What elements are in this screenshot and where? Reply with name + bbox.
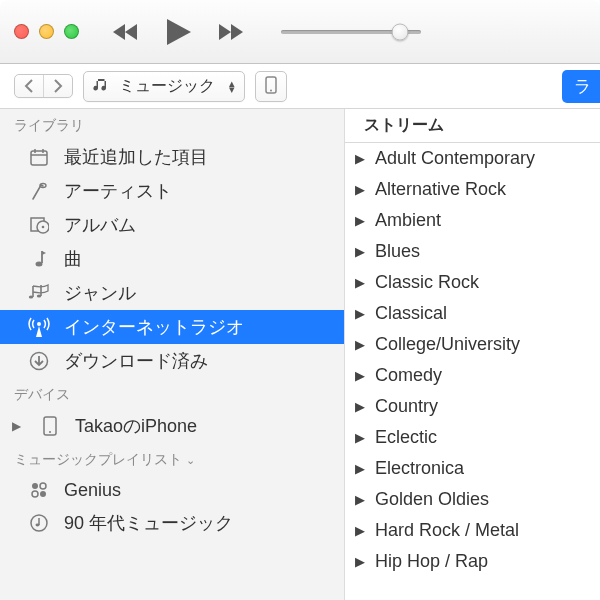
- stream-label: Hard Rock / Metal: [375, 520, 519, 541]
- genius-icon: [28, 479, 50, 501]
- disclosure-triangle-icon[interactable]: ▶: [12, 419, 21, 433]
- disclosure-triangle-icon[interactable]: ▶: [355, 275, 369, 290]
- stream-label: Classical: [375, 303, 447, 324]
- disclosure-triangle-icon[interactable]: ▶: [355, 461, 369, 476]
- stream-row[interactable]: ▶Adult Contemporary: [345, 143, 600, 174]
- sidebar-item-recent[interactable]: 最近追加した項目: [0, 140, 344, 174]
- stream-label: Ambient: [375, 210, 441, 231]
- streams-column-header[interactable]: ストリーム: [345, 109, 600, 143]
- sidebar-item-genres[interactable]: ジャンル: [0, 276, 344, 310]
- disclosure-triangle-icon[interactable]: ▶: [355, 554, 369, 569]
- sidebar-header-playlists[interactable]: ミュージックプレイリスト ⌄: [0, 443, 344, 474]
- svg-point-14: [32, 483, 38, 489]
- minimize-button[interactable]: [39, 24, 54, 39]
- sidebar-item-label: 曲: [64, 247, 82, 271]
- sidebar-item-label: アルバム: [64, 213, 136, 237]
- stream-row[interactable]: ▶Golden Oldies: [345, 484, 600, 515]
- toolbar: ミュージック ▴▾ ラ: [0, 64, 600, 109]
- stream-row[interactable]: ▶Ambient: [345, 205, 600, 236]
- disclosure-triangle-icon[interactable]: ▶: [355, 492, 369, 507]
- disclosure-triangle-icon[interactable]: ▶: [355, 430, 369, 445]
- titlebar: [0, 0, 600, 64]
- 90s-icon: [28, 512, 50, 534]
- previous-button[interactable]: [111, 22, 141, 42]
- playlist-item-90s[interactable]: 90 年代ミュージック: [0, 506, 344, 540]
- disclosure-triangle-icon[interactable]: ▶: [355, 244, 369, 259]
- stream-label: Comedy: [375, 365, 442, 386]
- svg-point-8: [29, 295, 33, 298]
- radio-icon: [28, 316, 50, 338]
- stream-row[interactable]: ▶College/University: [345, 329, 600, 360]
- disclosure-triangle-icon[interactable]: ▶: [355, 306, 369, 321]
- device-selector[interactable]: [255, 71, 287, 102]
- svg-point-15: [40, 483, 46, 489]
- stream-label: Adult Contemporary: [375, 148, 535, 169]
- stream-row[interactable]: ▶Hard Rock / Metal: [345, 515, 600, 546]
- window-controls: [14, 24, 79, 39]
- svg-point-9: [37, 294, 41, 297]
- sidebar-device[interactable]: ▶ TakaoのiPhone: [0, 409, 344, 443]
- disclosure-triangle-icon[interactable]: ▶: [355, 213, 369, 228]
- sidebar-item-albums[interactable]: アルバム: [0, 208, 344, 242]
- svg-point-19: [36, 524, 40, 527]
- disclosure-triangle-icon[interactable]: ▶: [355, 151, 369, 166]
- category-selector[interactable]: ミュージック ▴▾: [83, 71, 245, 102]
- genres-icon: [28, 282, 50, 304]
- stream-row[interactable]: ▶Hip Hop / Rap: [345, 546, 600, 577]
- stream-label: Alternative Rock: [375, 179, 506, 200]
- stream-label: Electronica: [375, 458, 464, 479]
- stream-label: Eclectic: [375, 427, 437, 448]
- device-label: TakaoのiPhone: [75, 414, 197, 438]
- stream-row[interactable]: ▶Country: [345, 391, 600, 422]
- next-button[interactable]: [217, 22, 247, 42]
- sidebar-item-artists[interactable]: アーティスト: [0, 174, 344, 208]
- stream-row[interactable]: ▶Classical: [345, 298, 600, 329]
- stream-row[interactable]: ▶Blues: [345, 236, 600, 267]
- stream-label: Hip Hop / Rap: [375, 551, 488, 572]
- svg-rect-2: [31, 151, 47, 165]
- sidebar-item-label: アーティスト: [64, 179, 172, 203]
- albums-icon: [28, 214, 50, 236]
- disclosure-triangle-icon[interactable]: ▶: [355, 523, 369, 538]
- close-button[interactable]: [14, 24, 29, 39]
- svg-point-1: [270, 89, 272, 91]
- sidebar-item-label: ジャンル: [64, 281, 136, 305]
- stream-row[interactable]: ▶Eclectic: [345, 422, 600, 453]
- recent-icon: [28, 146, 50, 168]
- play-button[interactable]: [165, 17, 193, 47]
- stream-label: College/University: [375, 334, 520, 355]
- stream-row[interactable]: ▶Electronica: [345, 453, 600, 484]
- sidebar-item-radio[interactable]: インターネットラジオ: [0, 310, 344, 344]
- disclosure-triangle-icon[interactable]: ▶: [355, 368, 369, 383]
- zoom-button[interactable]: [64, 24, 79, 39]
- artists-icon: [28, 180, 50, 202]
- volume-thumb[interactable]: [392, 23, 409, 40]
- sidebar-header-devices: デバイス: [0, 378, 344, 409]
- sidebar-item-label: 最近追加した項目: [64, 145, 208, 169]
- stream-row[interactable]: ▶Comedy: [345, 360, 600, 391]
- sidebar-item-down[interactable]: ダウンロード済み: [0, 344, 344, 378]
- volume-slider[interactable]: [275, 30, 427, 34]
- sidebar-item-songs[interactable]: 曲: [0, 242, 344, 276]
- category-label: ミュージック: [115, 76, 219, 97]
- playlist-label: Genius: [64, 480, 121, 501]
- right-tab[interactable]: ラ: [562, 70, 600, 103]
- sidebar: ライブラリ 最近追加した項目アーティストアルバム曲ジャンルインターネットラジオダ…: [0, 109, 345, 600]
- chevron-down-icon: ⌄: [186, 454, 195, 467]
- back-button[interactable]: [15, 75, 43, 97]
- streams-list: ストリーム ▶Adult Contemporary▶Alternative Ro…: [345, 109, 600, 600]
- disclosure-triangle-icon[interactable]: ▶: [355, 399, 369, 414]
- songs-icon: [28, 248, 50, 270]
- forward-button[interactable]: [43, 75, 72, 97]
- music-note-icon: [93, 77, 109, 96]
- playlist-item-genius[interactable]: Genius: [0, 474, 344, 506]
- stream-row[interactable]: ▶Classic Rock: [345, 267, 600, 298]
- disclosure-triangle-icon[interactable]: ▶: [355, 182, 369, 197]
- svg-point-16: [32, 491, 38, 497]
- svg-point-10: [37, 322, 41, 326]
- stream-row[interactable]: ▶Alternative Rock: [345, 174, 600, 205]
- svg-point-17: [40, 491, 46, 497]
- sidebar-header-library: ライブラリ: [0, 109, 344, 140]
- playback-controls: [111, 17, 247, 47]
- disclosure-triangle-icon[interactable]: ▶: [355, 337, 369, 352]
